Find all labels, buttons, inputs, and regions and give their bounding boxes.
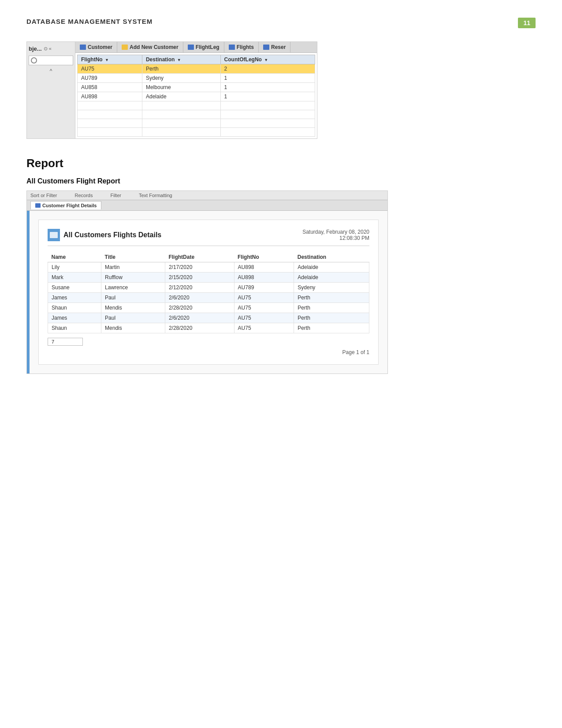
cell-destination: Perth	[294, 293, 369, 303]
page-number-badge: 11	[518, 18, 536, 28]
cell-flightdate: 2/28/2020	[165, 323, 234, 333]
cell-flightno: AU75	[78, 64, 142, 74]
sort-arrow-flightno: ▼	[105, 58, 109, 62]
report-date-block: Saturday, February 08, 2020 12:08:30 PM	[302, 229, 369, 241]
sidebar-top: bje... ⊙ «	[29, 45, 73, 52]
col-name: Name	[48, 252, 101, 262]
report-body: All Customers Flights Details Saturday, …	[38, 220, 379, 365]
report-inner-title-row: All Customers Flights Details	[48, 229, 161, 241]
search-icon	[31, 57, 37, 63]
cell-name: Susane	[48, 283, 101, 293]
col-flightno: FlightNo	[234, 252, 294, 262]
cell-flightno: AU75	[234, 293, 294, 303]
report-table-row: Shaun Mendis 2/28/2020 AU75 Perth	[48, 303, 369, 313]
report-tab-icon	[35, 203, 41, 208]
col-destination: Destination	[294, 252, 369, 262]
col-countoflegno[interactable]: CountOfLegNo ▼	[220, 55, 315, 64]
sidebar-search[interactable]	[29, 56, 73, 65]
flights-table: FlightNo ▼ Destination ▼ CountOfLegNo ▼	[77, 55, 315, 137]
page-header: DATABASE MANAGEMENT SYSTEM 11	[26, 18, 536, 28]
table-row[interactable]: AU75 Perth 2	[78, 64, 315, 74]
cell-flightno: AU898	[234, 273, 294, 283]
tab-flights[interactable]: Flights	[224, 42, 259, 52]
cell-flightno: AU789	[78, 74, 142, 83]
cell-title: Paul	[101, 293, 165, 303]
cell-destination: Adelaide	[294, 262, 369, 273]
toolbar-text-formatting: Text Formatting	[139, 193, 172, 198]
report-inner-header: All Customers Flights Details Saturday, …	[48, 229, 369, 246]
table-header-row: FlightNo ▼ Destination ▼ CountOfLegNo ▼	[78, 55, 315, 64]
col-destination[interactable]: Destination ▼	[142, 55, 220, 64]
report-window: Sort or Filter Records Filter Text Forma…	[26, 190, 388, 374]
report-inner-title: All Customers Flights Details	[63, 231, 161, 239]
report-table-row: James Paul 2/6/2020 AU75 Perth	[48, 313, 369, 323]
tab-reser[interactable]: Reser	[259, 42, 290, 52]
report-tab-customer-flight-details[interactable]: Customer Flight Details	[30, 201, 101, 209]
tab-customer[interactable]: Customer	[75, 42, 117, 52]
sidebar-logo: bje...	[29, 45, 42, 52]
cell-title: Lawrence	[101, 283, 165, 293]
report-table-row: Susane Lawrence 2/12/2020 AU789 Sydeny	[48, 283, 369, 293]
cell-destination: Adelaide	[294, 273, 369, 283]
customer-tab-icon	[80, 45, 86, 50]
access-ui: bje... ⊙ « ^ Customer Add New Customer F…	[26, 41, 317, 139]
cell-title: Mendis	[101, 323, 165, 333]
report-toolbar: Sort or Filter Records Filter Text Forma…	[27, 191, 387, 200]
cell-flightno: AU898	[234, 262, 294, 273]
cell-flightdate: 2/6/2020	[165, 313, 234, 323]
cell-destination: Perth	[142, 64, 220, 74]
data-table-wrapper: FlightNo ▼ Destination ▼ CountOfLegNo ▼	[75, 53, 317, 138]
table-row[interactable]: AU789 Sydeny 1	[78, 74, 315, 83]
sidebar-chevron: ^	[29, 68, 73, 74]
cell-name: Mark	[48, 273, 101, 283]
cell-count: 2	[220, 64, 315, 74]
sidebar-nav-dots: ⊙ «	[44, 46, 52, 52]
cell-name: James	[48, 293, 101, 303]
tab-bar: Customer Add New Customer FlightLeg Flig…	[75, 42, 317, 53]
cell-flightdate: 2/28/2020	[165, 303, 234, 313]
cell-name: James	[48, 313, 101, 323]
sort-arrow-destination: ▼	[177, 58, 181, 62]
cell-destination: Melbourne	[142, 83, 220, 92]
reser-tab-icon	[263, 45, 269, 50]
cell-count: 1	[220, 74, 315, 83]
sidebar: bje... ⊙ « ^	[27, 42, 75, 138]
cell-title: Martin	[101, 262, 165, 273]
cell-destination: Sydeny	[294, 283, 369, 293]
cell-count: 1	[220, 83, 315, 92]
table-row-empty	[78, 101, 315, 110]
report-icon-box	[48, 229, 60, 241]
report-date: Saturday, February 08, 2020	[302, 229, 369, 235]
cell-destination: Perth	[294, 303, 369, 313]
report-tab-bar: Customer Flight Details	[27, 200, 387, 211]
col-title: Title	[101, 252, 165, 262]
cell-title: Paul	[101, 313, 165, 323]
cell-flightno: AU858	[78, 83, 142, 92]
toolbar-records: Records	[75, 193, 93, 198]
cell-destination: Perth	[294, 313, 369, 323]
cell-flightno: AU898	[78, 92, 142, 101]
cell-flightdate: 2/6/2020	[165, 293, 234, 303]
col-flightdate: FlightDate	[165, 252, 234, 262]
cell-flightdate: 2/15/2020	[165, 273, 234, 283]
cell-name: Shaun	[48, 303, 101, 313]
report-icon-inner	[50, 232, 58, 238]
col-flightno[interactable]: FlightNo ▼	[78, 55, 142, 64]
cell-flightdate: 2/12/2020	[165, 283, 234, 293]
table-row[interactable]: AU898 Adelaide 1	[78, 92, 315, 101]
tab-flightleg[interactable]: FlightLeg	[183, 42, 224, 52]
report-data-table: Name Title FlightDate FlightNo Destinati…	[48, 252, 369, 333]
page-info: Page 1 of 1	[48, 349, 369, 355]
table-row[interactable]: AU858 Melbourne 1	[78, 83, 315, 92]
report-time: 12:08:30 PM	[302, 235, 369, 241]
cell-destination: Perth	[294, 323, 369, 333]
cell-flightno: AU75	[234, 303, 294, 313]
table-row-empty	[78, 128, 315, 137]
tab-add-new-customer[interactable]: Add New Customer	[117, 42, 183, 52]
cell-title: Mendis	[101, 303, 165, 313]
flightleg-tab-icon	[188, 45, 194, 50]
cell-count: 1	[220, 92, 315, 101]
report-outer-wrapper: All Customers Flights Details Saturday, …	[27, 211, 387, 373]
add-customer-tab-icon	[122, 45, 128, 50]
report-subheading: All Customers Flight Report	[26, 177, 536, 185]
